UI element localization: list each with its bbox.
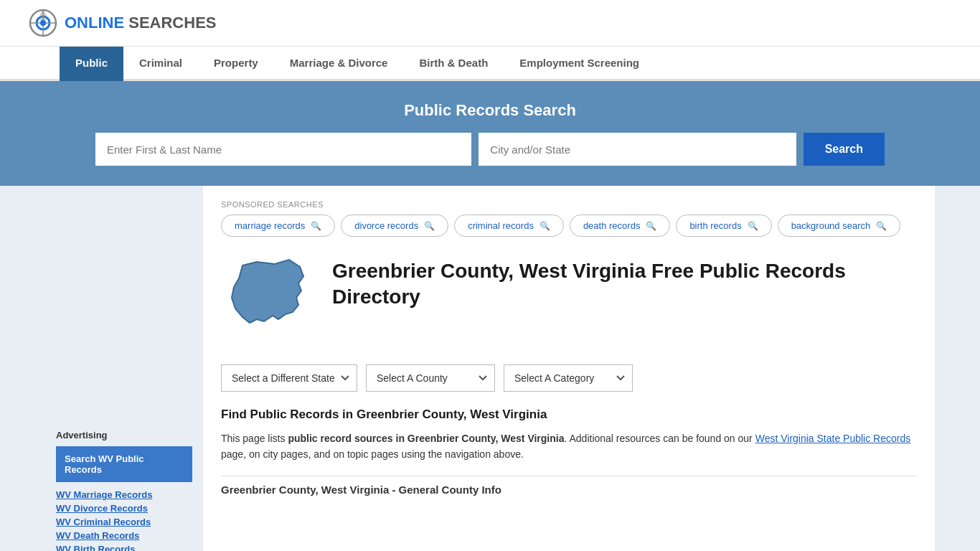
search-icon-divorce: 🔍	[424, 221, 435, 231]
find-desc-bold: public record sources in Greenbrier Coun…	[288, 433, 564, 444]
logo-searches: SEARCHES	[128, 14, 216, 32]
logo: ONLINE SEARCHES	[29, 9, 217, 37]
sidebar-link-death[interactable]: WV Death Records	[56, 530, 192, 541]
tag-criminal-label: criminal records	[468, 220, 534, 231]
search-icon-death: 🔍	[646, 221, 656, 231]
tag-death-label: death records	[583, 220, 641, 231]
svg-point-4	[40, 20, 46, 26]
find-desc-part1: This page lists	[221, 433, 288, 444]
nav-item-employment[interactable]: Employment Screening	[504, 47, 655, 81]
sidebar-links: WV Marriage Records WV Divorce Records W…	[56, 489, 192, 551]
state-dropdown[interactable]: Select a Different State	[221, 364, 357, 392]
nav-item-criminal[interactable]: Criminal	[123, 47, 198, 81]
tag-birth-label: birth records	[689, 220, 741, 231]
wv-map	[221, 251, 314, 347]
county-dropdown[interactable]: Select A County	[366, 364, 495, 392]
search-icon-criminal: 🔍	[540, 221, 550, 231]
nav-item-property[interactable]: Property	[198, 47, 274, 81]
main-nav: Public Criminal Property Marriage & Divo…	[0, 47, 980, 81]
search-banner: Public Records Search Search	[0, 81, 980, 186]
tag-background[interactable]: background search 🔍	[778, 215, 901, 237]
sidebar-link-birth[interactable]: WV Birth Records	[56, 544, 192, 551]
tag-divorce[interactable]: divorce records 🔍	[341, 215, 448, 237]
nav-item-public[interactable]: Public	[60, 47, 123, 81]
search-icon-birth: 🔍	[748, 221, 758, 231]
sponsored-label: SPONSORED SEARCHES	[221, 200, 917, 209]
sidebar-link-marriage[interactable]: WV Marriage Records	[56, 489, 192, 500]
nav-item-marriage-divorce[interactable]: Marriage & Divorce	[274, 47, 404, 81]
logo-icon	[29, 9, 57, 37]
nav-item-birth-death[interactable]: Birth & Death	[403, 47, 504, 81]
search-button[interactable]: Search	[804, 133, 885, 166]
sidebar-ad-label: Advertising	[56, 430, 192, 441]
find-section: Find Public Records in Greenbrier County…	[221, 408, 917, 496]
sidebar-link-criminal[interactable]: WV Criminal Records	[56, 517, 192, 527]
logo-online: ONLINE	[65, 14, 124, 32]
sponsored-section: SPONSORED SEARCHES marriage records 🔍 di…	[221, 200, 917, 237]
content-area: SPONSORED SEARCHES marriage records 🔍 di…	[203, 186, 935, 551]
sidebar: Advertising Search WV Public Records WV …	[45, 186, 203, 551]
category-dropdown[interactable]: Select A Category	[504, 364, 633, 392]
tag-marriage[interactable]: marriage records 🔍	[221, 215, 335, 237]
sidebar-highlight[interactable]: Search WV Public Records	[56, 446, 192, 482]
tag-criminal[interactable]: criminal records 🔍	[454, 215, 564, 237]
find-desc-part3: page, on city pages, and on topic pages …	[221, 448, 524, 460]
dropdowns-row: Select a Different State Select A County…	[221, 364, 917, 392]
county-title: Greenbrier County, West Virginia Free Pu…	[332, 258, 917, 311]
tag-background-label: background search	[791, 220, 871, 231]
header: ONLINE SEARCHES	[0, 0, 980, 47]
find-description: This page lists public record sources in…	[221, 430, 917, 463]
sidebar-link-divorce[interactable]: WV Divorce Records	[56, 503, 192, 514]
tag-birth[interactable]: birth records 🔍	[676, 215, 771, 237]
main-wrap: Advertising Search WV Public Records WV …	[45, 186, 935, 551]
search-banner-title: Public Records Search	[29, 101, 951, 120]
name-input[interactable]	[95, 133, 471, 166]
tag-death[interactable]: death records 🔍	[570, 215, 671, 237]
find-desc-part2: . Additional resources can be found on o…	[564, 433, 755, 444]
general-info-heading: Greenbrier County, West Virginia - Gener…	[221, 476, 917, 496]
tag-marriage-label: marriage records	[235, 220, 305, 231]
find-title: Find Public Records in Greenbrier County…	[221, 408, 917, 422]
search-form: Search	[95, 133, 885, 166]
location-input[interactable]	[479, 133, 796, 166]
search-icon-marriage: 🔍	[311, 221, 321, 231]
tag-divorce-label: divorce records	[354, 220, 418, 231]
search-tags: marriage records 🔍 divorce records 🔍 cri…	[221, 215, 917, 237]
county-header: Greenbrier County, West Virginia Free Pu…	[221, 251, 917, 347]
logo-text: ONLINE SEARCHES	[65, 14, 217, 32]
wv-state-link[interactable]: West Virginia State Public Records	[755, 433, 911, 444]
search-icon-background: 🔍	[876, 221, 887, 231]
